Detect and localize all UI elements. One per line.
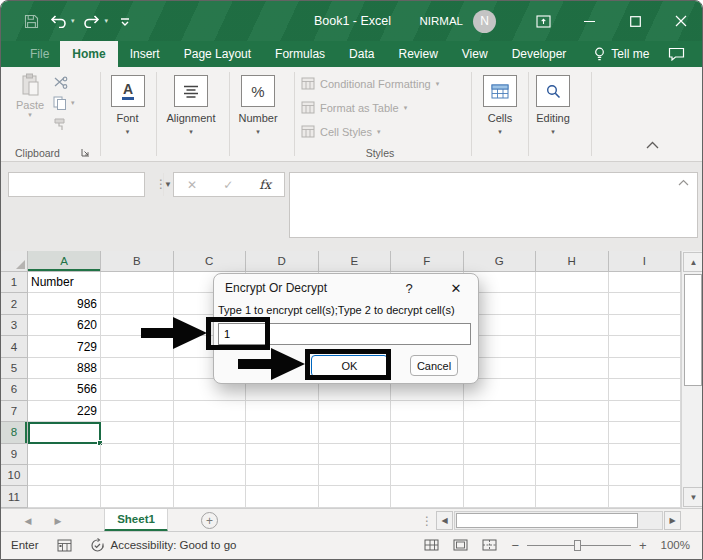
cell-I9[interactable] [609,444,682,465]
row-header-2[interactable]: 2 [1,293,28,314]
horizontal-scroll-thumb[interactable] [456,513,638,528]
cell-B2[interactable] [101,293,174,314]
tell-me[interactable]: Tell me [584,41,659,67]
formula-input[interactable] [289,172,698,238]
paste-button[interactable]: Paste ▾ [13,73,47,119]
zoom-slider-handle[interactable] [574,540,581,551]
scroll-right-icon[interactable]: ▶ [664,511,681,530]
col-header-F[interactable]: F [391,251,464,272]
cell-D9[interactable] [246,444,319,465]
cell-H4[interactable] [536,336,609,357]
horizontal-scrollbar[interactable] [454,511,663,530]
page-layout-view-icon[interactable] [453,539,468,551]
cell-C11[interactable] [174,486,247,507]
cell-I4[interactable] [609,336,682,357]
cell-A6[interactable]: 566 [28,379,101,400]
cancel-entry-icon[interactable]: ✕ [187,178,197,192]
row-header-5[interactable]: 5 [1,358,28,379]
font-dropdown-icon[interactable]: ▾ [100,128,155,136]
cell-A10[interactable] [28,465,101,486]
cell-B9[interactable] [101,444,174,465]
save-icon[interactable] [21,10,41,32]
undo-dropdown-icon[interactable]: ▾ [71,17,75,25]
comments-icon[interactable] [658,41,694,67]
cell-I11[interactable] [609,486,682,507]
col-header-B[interactable]: B [101,251,174,272]
dialog-close-icon[interactable]: ✕ [442,277,470,299]
tab-developer[interactable]: Developer [500,41,579,67]
format-as-table-button[interactable]: Format as Table▾ [301,101,407,114]
cell-D11[interactable] [246,486,319,507]
scroll-down-icon[interactable]: ▼ [683,487,703,507]
copy-icon[interactable] [53,96,67,110]
font-button[interactable]: A [111,75,145,107]
col-header-E[interactable]: E [319,251,392,272]
user-name[interactable]: NIRMAL [420,15,463,27]
cell-E11[interactable] [319,486,392,507]
maximize-button[interactable] [612,1,658,41]
editing-dropdown-icon[interactable]: ▾ [525,128,581,136]
scroll-up-icon[interactable]: ▲ [683,252,703,272]
vertical-scroll-thumb[interactable] [684,274,702,386]
cell-H11[interactable] [536,486,609,507]
cut-icon[interactable] [53,76,68,89]
col-header-C[interactable]: C [174,251,247,272]
cell-C7[interactable] [174,401,247,422]
confirm-entry-icon[interactable]: ✓ [223,178,233,192]
cell-H9[interactable] [536,444,609,465]
undo-icon[interactable] [48,10,68,32]
tab-file[interactable]: File [19,41,60,67]
accessibility-status[interactable]: Accessibility: Good to go [111,539,237,551]
cell-F8[interactable] [391,422,464,443]
clipboard-dialog-launcher-icon[interactable] [81,148,90,157]
customize-qat-icon[interactable] [115,10,135,32]
cell-I2[interactable] [609,293,682,314]
cell-B10[interactable] [101,465,174,486]
tab-view[interactable]: View [450,41,500,67]
cell-B8[interactable] [101,422,174,443]
col-header-D[interactable]: D [246,251,319,272]
cell-I10[interactable] [609,465,682,486]
sheet-tab[interactable]: Sheet1 [104,509,168,532]
ribbon-display-options-icon[interactable] [520,1,566,41]
cell-A9[interactable] [28,444,101,465]
zoom-slider[interactable] [527,540,631,551]
cell-H10[interactable] [536,465,609,486]
cell-A1[interactable]: Number [28,272,101,293]
cell-D7[interactable] [246,401,319,422]
cell-A5[interactable]: 888 [28,358,101,379]
select-all-corner[interactable] [1,251,28,272]
cell-I5[interactable] [609,358,682,379]
name-box-input[interactable] [9,173,163,196]
prev-sheet-icon[interactable]: ◀ [15,509,41,532]
zoom-level[interactable]: 100% [661,539,690,551]
avatar[interactable]: N [473,10,496,33]
cell-H3[interactable] [536,315,609,336]
cell-G11[interactable] [464,486,537,507]
cell-E8[interactable] [319,422,392,443]
cell-F10[interactable] [391,465,464,486]
cells-button[interactable] [483,75,517,107]
minimize-button[interactable] [566,1,612,41]
cell-B5[interactable] [101,358,174,379]
row-header-7[interactable]: 7 [1,401,28,422]
cell-H5[interactable] [536,358,609,379]
cell-H7[interactable] [536,401,609,422]
collapse-ribbon-icon[interactable] [646,141,659,149]
cell-G8[interactable] [464,422,537,443]
row-header-6[interactable]: 6 [1,379,28,400]
cell-H1[interactable] [536,272,609,293]
cell-A8[interactable] [28,422,101,443]
col-header-H[interactable]: H [536,251,609,272]
cell-H6[interactable] [536,379,609,400]
col-header-I[interactable]: I [609,251,682,272]
cell-A2[interactable]: 986 [28,293,101,314]
tab-data[interactable]: Data [337,41,386,67]
cell-H8[interactable] [536,422,609,443]
col-header-G[interactable]: G [464,251,537,272]
cell-styles-button[interactable]: Cell Styles▾ [301,125,380,138]
conditional-formatting-button[interactable]: Conditional Formatting▾ [301,77,439,90]
cell-B7[interactable] [101,401,174,422]
formula-bar-grip-icon[interactable]: ⋮ [155,177,167,191]
cell-B4[interactable] [101,336,174,357]
